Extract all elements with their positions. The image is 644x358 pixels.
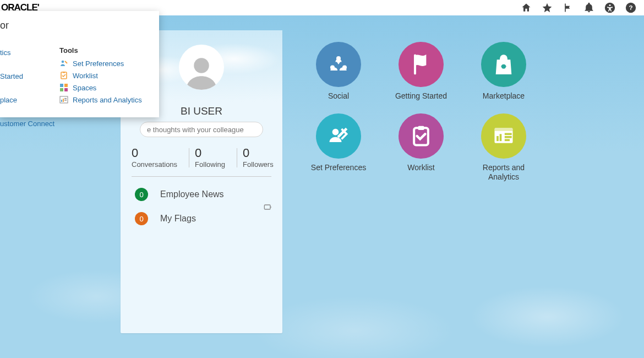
svg-rect-15 — [495, 128, 513, 131]
svg-point-1 — [609, 4, 611, 6]
tile-label: Marketplace — [483, 91, 525, 101]
svg-rect-18 — [505, 133, 512, 135]
svg-rect-27 — [64, 88, 68, 91]
tool-label: Spaces — [73, 84, 96, 92]
reports-icon — [59, 95, 68, 104]
tools-header: Tools — [59, 46, 151, 55]
svg-rect-13 — [418, 126, 424, 130]
stat-value: 0 — [132, 147, 177, 159]
svg-rect-26 — [60, 88, 63, 91]
count-badge: 0 — [135, 212, 148, 225]
svg-rect-5 — [264, 205, 270, 209]
set-prefs-icon — [59, 59, 68, 68]
social-icon — [316, 42, 361, 87]
nav-link[interactable]: place — [0, 96, 54, 104]
svg-point-4 — [194, 58, 209, 73]
stat-followers[interactable]: 0 Followers — [243, 147, 286, 169]
tool-spaces[interactable]: Spaces — [59, 83, 151, 92]
svg-point-21 — [62, 61, 64, 63]
tile-worklist[interactable]: Worklist — [380, 113, 462, 185]
avatar[interactable] — [179, 45, 224, 90]
tile-label: Social — [328, 91, 349, 101]
stat-label: Followers — [243, 160, 274, 169]
accessibility-icon[interactable] — [604, 2, 615, 13]
clipboard-icon — [399, 113, 444, 159]
tool-label: Reports and Analytics — [73, 96, 142, 104]
navigator-menu: or tics Started place ustomer Connect To… — [0, 11, 159, 117]
svg-rect-17 — [500, 134, 502, 141]
svg-rect-20 — [505, 139, 510, 142]
stat-label: Conversations — [132, 160, 177, 169]
bag-icon — [481, 42, 526, 87]
svg-point-10 — [332, 129, 339, 135]
flag-icon — [399, 42, 444, 87]
tool-label: Set Preferences — [73, 59, 124, 68]
reports-icon — [481, 113, 526, 159]
prefs-icon — [316, 113, 361, 159]
svg-rect-19 — [505, 136, 512, 138]
tile-label: Reports and Analytics — [473, 163, 534, 182]
stat-label: Following — [195, 160, 225, 169]
svg-rect-31 — [64, 98, 67, 99]
tile-label: Worklist — [407, 163, 435, 172]
tile-set-preferences[interactable]: Set Preferences — [297, 113, 380, 185]
bell-icon[interactable] — [583, 2, 594, 13]
svg-rect-24 — [60, 84, 63, 87]
tile-marketplace[interactable]: Marketplace — [462, 42, 545, 113]
feed-employee-news[interactable]: 0 Employee News — [121, 182, 282, 207]
top-icon-row: ? — [521, 2, 636, 13]
svg-rect-16 — [496, 136, 499, 141]
app-tiles: Social Getting Started Marketplace Set P… — [297, 42, 545, 185]
stats-row: 0 Conversations 0 Following 0 Followers — [121, 137, 282, 174]
divider — [132, 176, 271, 177]
feed-label: Employee News — [160, 189, 224, 199]
tool-reports-analytics[interactable]: Reports and Analytics — [59, 95, 151, 104]
svg-rect-30 — [63, 99, 64, 102]
svg-text:?: ? — [629, 4, 632, 11]
worklist-icon — [59, 71, 68, 80]
nav-link[interactable]: ustomer Connect — [0, 120, 54, 128]
tile-label: Getting Started — [395, 91, 447, 101]
svg-rect-23 — [63, 72, 65, 73]
tool-label: Worklist — [73, 72, 98, 80]
stat-conversations[interactable]: 0 Conversations — [132, 147, 189, 169]
share-send-icon[interactable] — [264, 203, 272, 213]
home-icon[interactable] — [521, 2, 532, 13]
nav-link[interactable]: tics — [0, 48, 54, 57]
star-icon[interactable] — [542, 2, 553, 13]
nav-link[interactable]: Started — [0, 72, 54, 80]
tool-worklist[interactable]: Worklist — [59, 71, 151, 80]
svg-rect-25 — [64, 84, 68, 87]
tile-reports-analytics[interactable]: Reports and Analytics — [462, 113, 545, 185]
svg-rect-29 — [61, 100, 62, 102]
flag-icon[interactable] — [563, 2, 574, 13]
count-badge: 0 — [135, 188, 148, 201]
svg-rect-32 — [64, 100, 67, 101]
spaces-icon — [59, 83, 68, 92]
stat-following[interactable]: 0 Following — [195, 147, 237, 169]
tile-social[interactable]: Social — [297, 42, 380, 113]
share-input[interactable] — [140, 122, 263, 137]
feed-my-flags[interactable]: 0 My Flags — [121, 207, 282, 231]
feed-label: My Flags — [160, 214, 196, 224]
navigator-left-links: tics Started place ustomer Connect — [0, 48, 54, 143]
tile-label: Set Preferences — [311, 163, 366, 172]
tool-set-preferences[interactable]: Set Preferences — [59, 59, 151, 68]
help-icon[interactable]: ? — [625, 2, 636, 13]
stat-value: 0 — [243, 147, 274, 159]
tile-getting-started[interactable]: Getting Started — [380, 42, 462, 113]
navigator-title-fragment: or — [0, 20, 9, 31]
stat-value: 0 — [195, 147, 225, 159]
